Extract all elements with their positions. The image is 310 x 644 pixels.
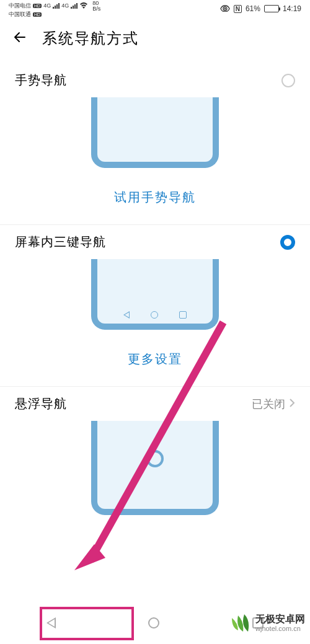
net-gen-1: 4G (43, 3, 51, 9)
hd-badge-icon: HD (33, 4, 42, 8)
option-floating-status: 已关闭 (252, 397, 285, 412)
option-floating-label: 悬浮导航 (15, 395, 67, 412)
preview-floating (0, 421, 310, 523)
signal-icon (53, 3, 60, 9)
watermark-logo-icon (229, 612, 252, 634)
option-floating[interactable]: 悬浮导航 已关闭 (0, 387, 310, 421)
watermark: 无极安卓网 wjhotel.com.cn (229, 612, 305, 634)
device-back-icon[interactable] (46, 617, 56, 629)
battery-pct: 61% (246, 4, 260, 13)
wifi-icon (79, 2, 88, 10)
watermark-url: wjhotel.com.cn (255, 625, 305, 632)
watermark-title: 无极安卓网 (255, 614, 305, 625)
device-home-icon[interactable] (148, 617, 159, 629)
chevron-right-icon (289, 397, 295, 411)
battery-icon (264, 5, 279, 12)
phone-frame-icon (91, 97, 219, 168)
radio-selected-icon[interactable] (280, 235, 295, 250)
option-gesture[interactable]: 手势导航 (0, 63, 310, 97)
status-right: N 61% 14:19 (220, 4, 301, 14)
eye-comfort-icon (220, 4, 230, 14)
floating-dot-icon (146, 450, 164, 467)
svg-marker-3 (74, 544, 105, 570)
nav-recent-icon (179, 311, 187, 319)
preview-threekey (0, 259, 310, 337)
carrier-1: 中国电信 (9, 3, 31, 9)
radio-unselected-icon[interactable] (281, 74, 295, 87)
clock: 14:19 (283, 4, 301, 13)
option-threekey[interactable]: 屏幕内三键导航 (0, 225, 310, 259)
hd-badge-icon-2: HD (33, 12, 42, 17)
nav-back-icon (123, 311, 130, 319)
phone-frame-icon (91, 259, 219, 330)
net-gen-2: 4G (61, 3, 69, 9)
nav-home-icon (151, 311, 158, 319)
carrier-2: 中国联通 (9, 12, 31, 17)
net-speed: 80 B/s (92, 1, 100, 12)
link-more-settings[interactable]: 更多设置 (0, 337, 310, 386)
preview-gesture (0, 97, 310, 175)
signal-icon-2 (71, 3, 78, 9)
nfc-icon: N (234, 5, 242, 13)
option-threekey-label: 屏幕内三键导航 (15, 234, 106, 250)
svg-point-0 (224, 7, 226, 9)
status-left: 中国电信 HD 4G 4G 80 B/s 中国联通 HD (9, 1, 100, 17)
page-title: 系统导航方式 (42, 29, 139, 48)
status-bar: 中国电信 HD 4G 4G 80 B/s 中国联通 HD N 61% 1 (0, 0, 310, 17)
page-header: 系统导航方式 (0, 17, 310, 63)
option-gesture-label: 手势导航 (15, 72, 67, 89)
link-try-gesture[interactable]: 试用手势导航 (0, 175, 310, 224)
phone-frame-icon (91, 421, 219, 515)
back-arrow-icon[interactable] (12, 30, 27, 48)
